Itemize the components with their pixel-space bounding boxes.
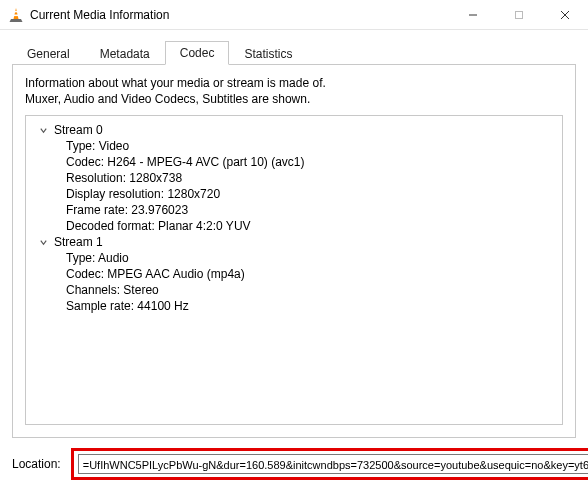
- location-highlight-box: =UfIhWNC5PILycPbWu-gN&dur=160.589&initcw…: [71, 448, 588, 480]
- stream-prop: Frame rate: 23.976023: [66, 202, 558, 218]
- stream-header[interactable]: Stream 1: [30, 234, 558, 250]
- close-window-button[interactable]: [542, 0, 588, 30]
- svg-rect-1: [14, 11, 18, 12]
- titlebar: Current Media Information: [0, 0, 588, 30]
- svg-rect-5: [516, 11, 523, 18]
- tab-strip: General Metadata Codec Statistics: [12, 40, 576, 64]
- location-input[interactable]: =UfIhWNC5PILycPbWu-gN&dur=160.589&initcw…: [78, 454, 588, 474]
- maximize-button[interactable]: [496, 0, 542, 30]
- stream-prop: Codec: H264 - MPEG-4 AVC (part 10) (avc1…: [66, 154, 558, 170]
- stream-label: Stream 1: [54, 235, 103, 249]
- window-title: Current Media Information: [30, 8, 169, 22]
- chevron-down-icon: [38, 237, 48, 247]
- svg-marker-0: [14, 8, 19, 19]
- tab-statistics[interactable]: Statistics: [229, 42, 307, 65]
- footer: Location: =UfIhWNC5PILycPbWu-gN&dur=160.…: [0, 438, 588, 490]
- svg-rect-2: [14, 14, 19, 16]
- stream-header[interactable]: Stream 0: [30, 122, 558, 138]
- info-text: Information about what your media or str…: [25, 75, 563, 107]
- stream-prop: Sample rate: 44100 Hz: [66, 298, 558, 314]
- stream-prop: Codec: MPEG AAC Audio (mp4a): [66, 266, 558, 282]
- info-line: Muxer, Audio and Video Codecs, Subtitles…: [25, 91, 563, 107]
- stream-prop: Decoded format: Planar 4:2:0 YUV: [66, 218, 558, 234]
- stream-prop: Type: Audio: [66, 250, 558, 266]
- chevron-down-icon: [38, 125, 48, 135]
- content-area: General Metadata Codec Statistics Inform…: [0, 30, 588, 438]
- svg-marker-3: [10, 19, 23, 22]
- info-line: Information about what your media or str…: [25, 75, 563, 91]
- location-label: Location:: [12, 457, 61, 471]
- tab-body-codec: Information about what your media or str…: [12, 64, 576, 438]
- stream-label: Stream 0: [54, 123, 103, 137]
- tab-codec[interactable]: Codec: [165, 41, 230, 65]
- stream-prop: Type: Video: [66, 138, 558, 154]
- tab-metadata[interactable]: Metadata: [85, 42, 165, 65]
- stream-prop: Channels: Stereo: [66, 282, 558, 298]
- codec-tree[interactable]: Stream 0 Type: Video Codec: H264 - MPEG-…: [25, 115, 563, 425]
- stream-props: Type: Video Codec: H264 - MPEG-4 AVC (pa…: [30, 138, 558, 234]
- tab-general[interactable]: General: [12, 42, 85, 65]
- stream-prop: Resolution: 1280x738: [66, 170, 558, 186]
- stream-props: Type: Audio Codec: MPEG AAC Audio (mp4a)…: [30, 250, 558, 314]
- stream-prop: Display resolution: 1280x720: [66, 186, 558, 202]
- vlc-cone-icon: [8, 7, 24, 23]
- minimize-button[interactable]: [450, 0, 496, 30]
